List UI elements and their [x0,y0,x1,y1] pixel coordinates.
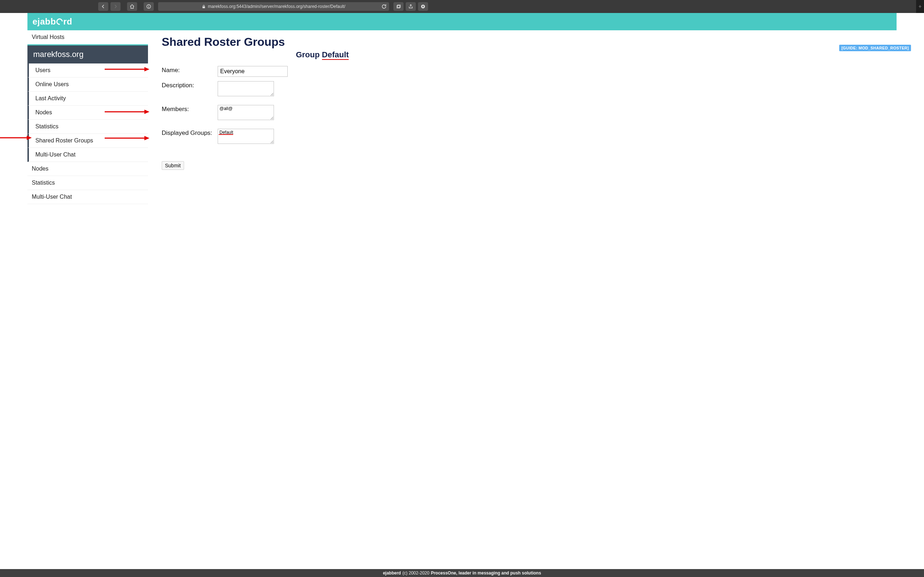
sidebar-item-online-users[interactable]: Online Users [27,77,148,92]
sidebar-item-nodes-global[interactable]: Nodes [27,162,148,176]
reload-button[interactable] [381,3,387,10]
sidebar-item-muc-global[interactable]: Multi-User Chat [27,190,148,204]
nav-back-button[interactable] [98,2,108,11]
svg-rect-3 [202,6,205,8]
description-textarea[interactable] [218,81,274,96]
sidebar-item-nodes[interactable]: Nodes [27,106,148,120]
guide-badge[interactable]: [GUIDE: MOD_SHARED_ROSTER] [839,45,911,51]
home-button[interactable] [127,2,137,11]
sidebar-item-statistics-global[interactable]: Statistics [27,176,148,190]
sidebar-item-last-activity[interactable]: Last Activity [27,92,148,106]
tabs-button[interactable] [393,2,404,11]
sidebar-item-shared-roster-groups[interactable]: Shared Roster Groups [27,134,148,148]
url-text: marekfoss.org:5443/admin//server/marekfo… [208,4,346,9]
annotation-underline-icon [219,134,233,135]
members-textarea[interactable] [218,105,274,120]
name-label: Name: [162,66,214,74]
displayed-groups-textarea[interactable] [218,129,274,144]
downloads-button[interactable] [418,2,428,11]
submit-button[interactable]: Submit [162,161,184,170]
app-header: ejabb rd [27,13,897,30]
info-button[interactable] [144,2,154,11]
page-title: Shared Roster Groups [162,35,883,49]
group-form: Name: Description: Members: Displayed Gr… [162,66,883,170]
ejabberd-logo: ejabb rd [32,16,72,27]
browser-toolbar: marekfoss.org:5443/admin//server/marekfo… [0,0,924,13]
name-input[interactable] [218,66,288,77]
sidebar-host-header[interactable]: marekfoss.org [27,44,148,63]
sidebar-item-users[interactable]: Users [27,63,148,77]
sidebar: Virtual Hosts marekfoss.org Users Online… [27,30,148,569]
description-label: Description: [162,81,214,89]
sidebar-item-statistics[interactable]: Statistics [27,120,148,134]
lock-icon [202,5,206,9]
share-button[interactable] [406,2,416,11]
nav-forward-button[interactable] [110,2,121,11]
sidebar-item-virtual-hosts[interactable]: Virtual Hosts [27,30,148,44]
page-subtitle: Group Default [248,50,396,60]
url-bar[interactable]: marekfoss.org:5443/admin//server/marekfo… [158,2,389,11]
sidebar-item-multi-user-chat[interactable]: Multi-User Chat [27,148,148,162]
footer: ejabberd (c) 2002-2020 ProcessOne, leade… [0,569,924,577]
members-label: Members: [162,105,214,113]
content-area: Shared Roster Groups Group Default [GUID… [148,30,897,569]
new-tab-button[interactable] [916,0,924,13]
group-name-underlined: Default [322,50,349,60]
displayed-groups-label: Displayed Groups: [162,129,214,137]
